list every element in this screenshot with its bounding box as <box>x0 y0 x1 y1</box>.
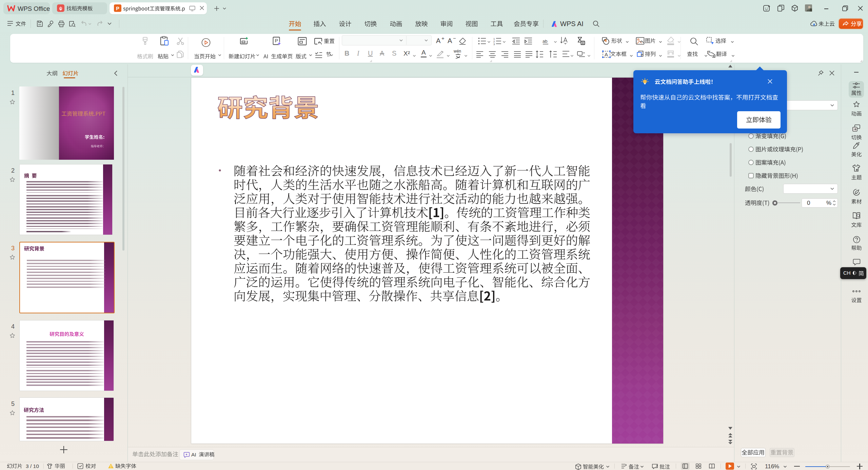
svg-text:P: P <box>275 38 278 43</box>
svg-text:ab: ab <box>542 39 547 44</box>
svg-text:A: A <box>605 52 608 57</box>
svg-text:P: P <box>116 5 119 11</box>
svg-text:A: A <box>708 51 710 54</box>
svg-text:wén: wén <box>453 49 461 54</box>
svg-text:3: 3 <box>493 43 495 46</box>
